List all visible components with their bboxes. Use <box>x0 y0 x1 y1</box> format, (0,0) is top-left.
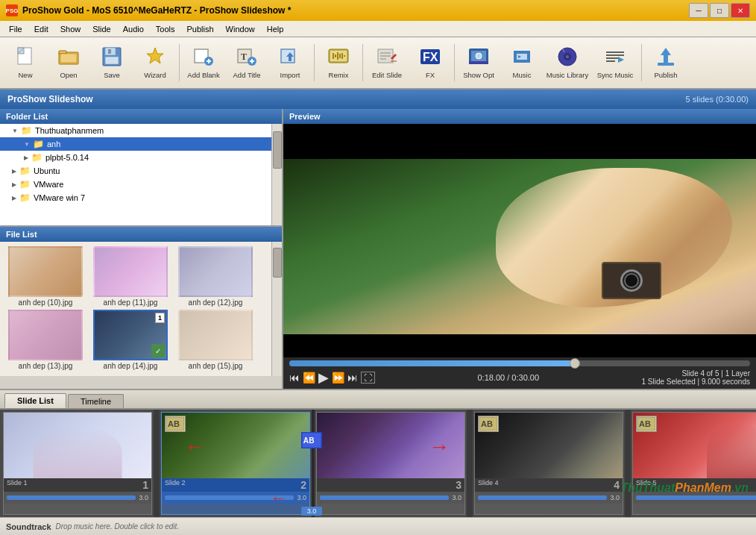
slide-1-dur-txt: 3.0 <box>139 494 148 501</box>
save-label: Save <box>104 72 120 79</box>
file-item-3[interactable]: anh dep (12).jpg <box>174 246 256 307</box>
new-button[interactable]: New <box>4 40 46 85</box>
folder-ubuntu[interactable]: ▶ 📁 Ubuntu <box>0 164 282 178</box>
add-blank-button[interactable]: Add Blank <box>183 40 224 85</box>
toolbar-sep-2 <box>314 44 315 81</box>
maximize-button[interactable]: □ <box>710 3 729 18</box>
play-button[interactable]: ▶ <box>318 369 329 386</box>
skip-end-button[interactable]: ⏭ <box>347 372 358 384</box>
svg-point-47 <box>566 55 569 58</box>
close-button[interactable]: ✕ <box>731 3 750 18</box>
slide-item-3[interactable]: → 3 3.0 <box>316 412 465 515</box>
menu-edit[interactable]: Edit <box>28 23 54 35</box>
soundtrack-label: Soundtrack <box>6 522 51 531</box>
file-item-4[interactable]: anh dep (13).jpg <box>4 310 86 370</box>
time-display: 0:18.00 / 0:30.00 <box>477 373 539 382</box>
folder-thuthuatphanmem[interactable]: ▼ 📁 Thuthuatphanmem <box>0 124 282 137</box>
fx-label: FX <box>426 72 435 79</box>
file-grid: anh dep (10).jpg anh dep (11).jpg anh de… <box>0 242 282 375</box>
file-item-2[interactable]: anh dep (11).jpg <box>89 246 171 307</box>
music-library-button[interactable]: Music Library <box>544 40 590 85</box>
add-title-button[interactable]: T Add Title <box>226 40 268 85</box>
slide-item-2[interactable]: AB ← Slide 2 2 3.0 ← <box>161 412 310 515</box>
edit-slide-button[interactable]: Edit Slide <box>366 40 408 85</box>
folder-scroll-thumb[interactable] <box>273 131 282 169</box>
ab-icon-transition[interactable]: AB <box>301 432 322 448</box>
remix-button[interactable]: Remix <box>318 40 359 85</box>
soundtrack-hint: Drop music here. Double click to edit. <box>56 522 180 531</box>
folder-icon: 📁 <box>21 125 32 136</box>
file-name-6: anh dep (15).jpg <box>189 362 243 370</box>
file-item-6[interactable]: anh dep (15).jpg <box>174 310 256 370</box>
folder-plpbt[interactable]: ▶ 📁 plpbt-5.0.14 <box>0 151 282 164</box>
slide-item-1[interactable]: Slide 1 1 3.0 <box>3 412 152 515</box>
add-blank-label: Add Blank <box>187 72 219 79</box>
sync-music-button[interactable]: Sync Music <box>592 40 638 85</box>
menu-publish[interactable]: Publish <box>181 23 220 35</box>
red-arrow-left-2: ← <box>184 435 205 459</box>
slide-list-container: Slide 1 1 3.0 AB <box>0 410 756 517</box>
scrubber-thumb[interactable] <box>570 358 580 369</box>
prev-frame-button[interactable]: ⏪ <box>303 372 315 384</box>
soundtrack-bar: Soundtrack Drop music here. Double click… <box>0 517 756 535</box>
file-list: anh dep (10).jpg anh dep (11).jpg anh de… <box>0 242 282 376</box>
slide-4-dur-txt: 3.0 <box>610 494 620 501</box>
new-label: New <box>18 72 32 79</box>
music-button[interactable]: Music <box>501 40 543 85</box>
edit-slide-label: Edit Slide <box>372 72 402 79</box>
slide-5-figure <box>707 422 756 478</box>
tab-slide-list[interactable]: Slide List <box>4 393 66 408</box>
file-scroll-thumb[interactable] <box>273 248 282 278</box>
menu-file[interactable]: File <box>3 23 28 35</box>
skip-start-button[interactable]: ⏮ <box>289 372 300 384</box>
fx-button[interactable]: FX FX <box>409 40 451 85</box>
folder-vmware[interactable]: ▶ 📁 VMware <box>0 178 282 191</box>
sync-music-icon <box>603 46 627 70</box>
edit-slide-icon <box>376 46 398 70</box>
folder-scrollbar[interactable] <box>271 124 282 225</box>
publish-label: Publish <box>654 72 677 79</box>
fullscreen-button[interactable]: ⛶ <box>361 372 375 384</box>
open-button[interactable]: Open <box>48 40 89 85</box>
folder-list[interactable]: ▼ 📁 Thuthuatphanmem ▼ 📁 anh ▶ 📁 plpbt-5.… <box>0 124 282 227</box>
app-icon: PSG <box>6 4 18 16</box>
toolbar-sep-5 <box>641 44 642 81</box>
wizard-button[interactable]: Wizard <box>134 40 176 85</box>
open-label: Open <box>60 72 77 79</box>
menu-slide[interactable]: Slide <box>86 23 116 35</box>
toolbar-sep-3 <box>362 44 363 81</box>
file-scrollbar[interactable] <box>271 242 282 376</box>
tab-timeline[interactable]: Timeline <box>68 394 124 408</box>
svg-text:T: T <box>241 51 247 62</box>
minimize-button[interactable]: ─ <box>689 3 708 18</box>
menu-tools[interactable]: Tools <box>150 23 181 35</box>
file-item-5[interactable]: ✓ 1 anh dep (14).jpg <box>89 310 171 370</box>
folder-vmware-win7[interactable]: ▶ 📁 VMware win 7 <box>0 191 282 204</box>
svg-marker-10 <box>147 48 163 63</box>
menu-help[interactable]: Help <box>261 23 290 35</box>
next-frame-button[interactable]: ⏩ <box>332 372 344 384</box>
svg-marker-54 <box>661 48 671 64</box>
svg-text:AB: AB <box>168 419 180 428</box>
slide-thumb-5: AB <box>633 413 756 478</box>
slide-4-dur-fill <box>478 495 607 500</box>
menu-audio[interactable]: Audio <box>117 23 150 35</box>
folder-anh[interactable]: ▼ 📁 anh <box>0 137 282 151</box>
slide-gap-2-3: AB 3.0 <box>312 410 315 517</box>
wizard-label: Wizard <box>144 72 166 79</box>
import-button[interactable]: Import <box>269 40 311 85</box>
slide-4-name: Slide 4 <box>478 479 499 491</box>
menu-window[interactable]: Window <box>220 23 261 35</box>
show-opt-button[interactable]: Show Opt <box>458 40 500 85</box>
slide-item-5[interactable]: AB Slide 5 5 3.0 <box>632 412 756 515</box>
publish-button[interactable]: Publish <box>645 40 687 85</box>
file-item-1[interactable]: anh dep (10).jpg <box>4 246 86 307</box>
menu-show[interactable]: Show <box>54 23 87 35</box>
scrubber-bar[interactable] <box>289 360 750 366</box>
slide-3-num: 3 <box>456 479 462 491</box>
save-button[interactable]: Save <box>91 40 133 85</box>
slide-5-duration-bar: 3.0 <box>633 492 756 504</box>
slide-2-duration-bar: 3.0 ← <box>162 492 309 504</box>
remix-icon <box>327 46 350 70</box>
slide-item-4[interactable]: AB Slide 4 4 3.0 <box>474 412 623 515</box>
